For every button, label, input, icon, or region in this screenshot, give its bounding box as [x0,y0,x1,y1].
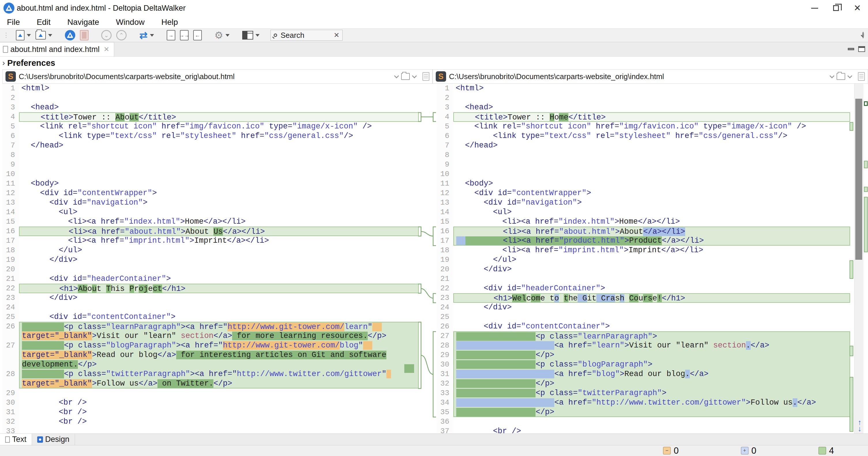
merge-all-button[interactable]: →→ [180,30,189,40]
code-line[interactable] [19,93,419,103]
code-line[interactable]: </div> [453,265,850,274]
code-line[interactable] [19,169,419,179]
folder-icon[interactable] [401,73,410,80]
comparison-tab-label[interactable]: about.html and index.html [10,45,99,54]
code-line[interactable]: <li><a href="imprint.html">Imprint</a></… [453,246,850,255]
code-line[interactable]: <p class="twitterParagraph"><a href="htt… [19,369,419,379]
code-line[interactable] [19,303,419,312]
compare-button[interactable] [65,30,75,40]
code-line[interactable]: <head> [19,103,419,112]
code-line[interactable]: <li><a href="index.html">Home</a></li> [453,217,850,227]
code-line[interactable]: <link type="text/css" rel="stylesheet" h… [453,131,850,141]
menu-edit[interactable]: Edit [34,18,57,27]
code-line[interactable] [19,265,419,274]
code-line[interactable] [453,150,850,160]
code-line[interactable]: target="_blank">Follow us</a> on Twitter… [19,379,419,389]
open-folder-button[interactable] [35,31,52,39]
code-line[interactable]: </div> [19,255,419,265]
restore-icon[interactable] [825,0,847,16]
code-line[interactable]: <head> [453,103,850,112]
code-line[interactable]: <li><a href="product.html">Product</a></… [453,236,850,246]
close-icon[interactable]: ✕ [847,0,868,16]
chevron-down-icon[interactable] [150,34,154,37]
prev-diff-button[interactable]: ⌃ [116,30,127,40]
close-tab-icon[interactable]: ✕ [103,45,109,53]
code-line[interactable] [453,169,850,179]
code-line[interactable]: <p class="learnParagraph"><a href="http:… [19,322,419,331]
code-line[interactable]: </ul> [19,246,419,255]
code-line[interactable]: <br /> [19,407,419,417]
code-line[interactable]: development.</p> [19,360,419,369]
folder-icon[interactable] [837,73,845,80]
chevron-down-icon[interactable] [847,74,852,79]
stop-button[interactable] [80,30,89,40]
code-line[interactable]: <div id="contentContainer"> [453,322,850,331]
global-search-button[interactable] [862,33,864,38]
copy-right-button[interactable]: → [167,30,175,40]
code-line[interactable]: <p class="blogParagraph"> [453,360,850,369]
menu-window[interactable]: Window [113,18,152,27]
code-line[interactable] [453,160,850,169]
code-line[interactable] [453,312,850,322]
code-line[interactable]: <br /> [19,398,419,407]
code-line[interactable]: target="_blank">Read our blog</a> for in… [19,350,419,360]
code-line[interactable]: <li><a href="index.html">Home</a></li> [19,217,419,227]
code-line[interactable]: </div> [19,293,419,303]
menu-navigate[interactable]: Navigate [64,18,106,27]
code-line[interactable] [19,389,419,398]
code-line[interactable]: <br /> [453,427,850,433]
right-file-path[interactable]: C:\Users\brunobrito\Documents\carparts-w… [449,72,664,81]
next-diff-button[interactable]: ⌄ [101,30,112,40]
code-line[interactable]: </head> [19,141,419,150]
code-line[interactable]: <div id="headerContainer"> [19,274,419,284]
clear-search-icon[interactable]: ✕ [334,31,339,39]
code-line[interactable]: <p class="learnParagraph"> [453,331,850,341]
settings-button[interactable]: ⚙ [215,30,229,40]
code-line[interactable]: </head> [453,141,850,150]
chevron-down-icon[interactable] [48,34,52,37]
code-line[interactable]: <h1>About This Project</h1> [19,284,419,293]
chevron-down-icon[interactable] [394,74,399,79]
code-line[interactable]: </p> [453,350,850,360]
code-line[interactable]: <p class="blogParagraph"><a href="http:/… [19,341,419,350]
menu-file[interactable]: File [4,18,27,27]
search-value[interactable]: Search [281,31,334,40]
code-line[interactable]: <div id="headerContainer"> [453,284,850,293]
code-line[interactable]: <div id="contentContainer"> [19,312,419,322]
maximize-editor-icon[interactable] [858,46,865,52]
code-line[interactable]: <li><a href="about.html">About</a></li> [453,227,850,236]
chevron-down-icon[interactable] [412,74,417,79]
open-file-button[interactable] [16,30,31,40]
layout-button[interactable] [242,31,259,39]
code-line[interactable] [19,160,419,169]
code-line[interactable]: <div id="navigation"> [19,198,419,207]
left-editor[interactable]: 1<html>23 <head>4 <title>Tower :: About<… [2,84,433,433]
swap-panes-button[interactable]: ⇄ [139,30,154,40]
preferences-section[interactable]: › Preferences [0,57,868,69]
code-line[interactable]: <a href="http://www.twitter.com/gittower… [453,398,850,407]
tab-design[interactable]: Design [32,434,75,445]
minimize-icon[interactable] [804,0,825,16]
code-line[interactable] [19,427,419,433]
code-line[interactable]: <link type="text/css" rel="stylesheet" h… [19,131,419,141]
code-line[interactable]: <li><a href="about.html">About Us</a></l… [19,227,419,236]
code-line[interactable]: <link rel="shortcut icon" href="img/favi… [453,122,850,131]
search-input[interactable]: Search ✕ [271,30,343,41]
minimize-editor-icon[interactable] [848,48,854,50]
copy-left-button[interactable]: ← [193,30,202,40]
code-line[interactable] [453,93,850,103]
code-line[interactable]: <div id="contentWrapper"> [19,189,419,198]
comparison-tab[interactable]: about.html and index.html ✕ [0,42,114,56]
code-line[interactable] [19,150,419,160]
code-line[interactable]: <br /> [19,417,419,427]
left-file-path[interactable]: C:\Users\brunobrito\Documents\carparts-w… [19,72,235,81]
code-line[interactable]: <a href="blog">Read our blog.</a> [453,369,850,379]
code-line[interactable]: target="_blank">Visit our "learn" sectio… [19,331,419,341]
code-line[interactable]: <link rel="shortcut icon" href="img/favi… [19,122,419,131]
code-line[interactable]: </ul> [453,255,850,265]
code-line[interactable]: <ul> [453,207,850,217]
code-line[interactable]: <h1>Welcome to the Git Crash Course!</h1… [453,293,850,303]
chevron-down-icon[interactable] [830,74,835,79]
chevron-down-icon[interactable] [225,34,229,37]
code-line[interactable]: <body> [19,179,419,189]
